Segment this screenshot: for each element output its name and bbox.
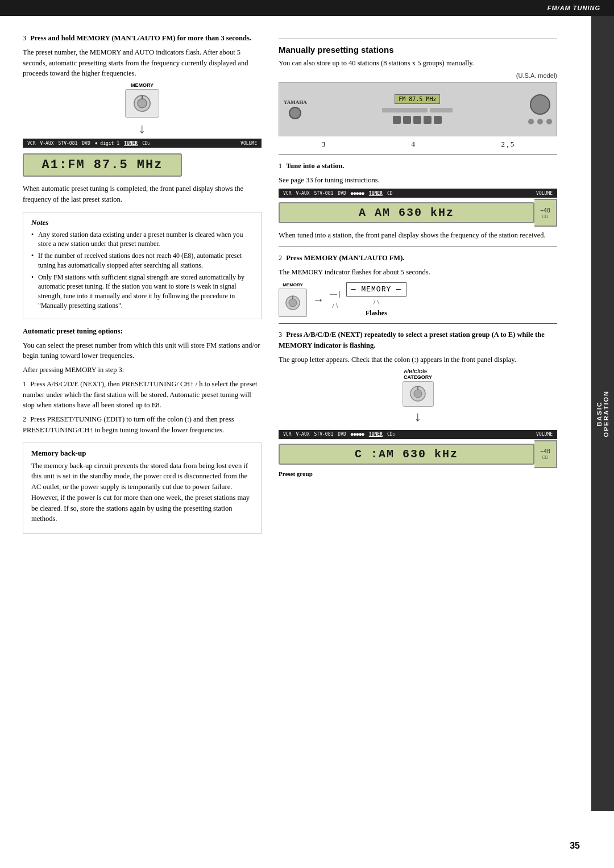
step2-num: 2 xyxy=(279,253,282,263)
memory-knob-icon xyxy=(125,89,159,118)
after-pressing: After pressing MEMORY in step 3: xyxy=(23,365,262,375)
tuner-bar-1: VCR V-AUX STV-081 DVD ♦ digit 1 TUNER CD… xyxy=(23,139,262,148)
completion-text: When automatic preset tuning is complete… xyxy=(23,183,262,205)
volume-display-3: −40 □□ xyxy=(534,440,557,468)
rec-bar-2 xyxy=(430,108,453,112)
step1-body: See page 33 for tuning instructions. xyxy=(279,175,557,186)
flashes-label: Flashes xyxy=(366,309,387,318)
rec-right-knob xyxy=(528,94,552,124)
preset-group-label: Preset group xyxy=(279,470,557,477)
step1-heading-text: Tune into a station. xyxy=(286,162,344,170)
arrow-down-2: ↓ xyxy=(414,409,421,424)
memory-icon-diagram: MEMORY xyxy=(125,82,159,118)
lcd-display-3: C :AM 630 kHz xyxy=(279,444,534,465)
svg-point-7 xyxy=(414,390,422,398)
memory-backup-body: The memory back-up circuit prevents the … xyxy=(31,461,253,525)
step3-body: The preset number, the MEMORY and AUTO i… xyxy=(23,47,262,79)
category-icon-area: A/B/C/D/ECATEGORY ↓ xyxy=(279,369,557,427)
note-item-2: If the number of received stations does … xyxy=(31,251,253,270)
rec-logo: YAMAHA xyxy=(284,99,307,119)
usa-model-label: (U.S.A. model) xyxy=(279,72,557,79)
memory-text-center: — MEMORY — / \ Flashes xyxy=(346,282,406,318)
notes-title: Notes xyxy=(31,218,253,227)
rec-display-section: FM 87.5 MHz xyxy=(312,94,524,124)
dash-lines-left: — | / \ xyxy=(330,288,341,312)
step3-num: 3 xyxy=(23,33,26,43)
rec-lcd: FM 87.5 MHz xyxy=(395,94,440,104)
tuner-display-3: VCR V-AUX STV-081 DVD ●●●●● TUNER CD₂ VO… xyxy=(279,430,557,468)
dash-lines-right: / \ xyxy=(374,297,379,308)
category-knob xyxy=(403,381,434,407)
header-bar: FM/AM TUNING xyxy=(0,0,614,16)
memory-label-top: MEMORY xyxy=(125,82,159,88)
memory-backup-box: Memory back-up The memory back-up circui… xyxy=(23,443,262,535)
notes-box: Notes Any stored station data existing u… xyxy=(23,212,262,319)
tuner-display-2: VCR V-AUX STV-081 DVD ●●●●● TUNER CD VOL… xyxy=(279,189,557,227)
memory-icon-area: MEMORY xyxy=(23,82,262,118)
manually-heading: Manually presetting stations xyxy=(279,45,557,55)
step3-right-num: 3 xyxy=(279,329,282,340)
step3-intro: 3 Press and hold MEMORY (MAN'L/AUTO FM) … xyxy=(23,33,262,44)
tuner-bar-3: VCR V-AUX STV-081 DVD ●●●●● TUNER CD₂ VO… xyxy=(279,430,557,439)
rec-btn-2 xyxy=(403,116,411,124)
lcd-display-2: A AM 630 kHz xyxy=(279,202,534,223)
rec-knob-1 xyxy=(289,107,301,119)
category-label: A/B/C/D/ECATEGORY xyxy=(404,369,432,380)
category-icon-group: A/B/C/D/ECATEGORY xyxy=(403,369,434,407)
rec-bar-1 xyxy=(382,108,428,112)
right-sidebar: BASIC OPERATION xyxy=(591,16,614,811)
sidebar-text: BASIC OPERATION xyxy=(596,390,609,437)
left-column: 3 Press and hold MEMORY (MAN'L/AUTO FM) … xyxy=(23,33,262,534)
note-item-1: Any stored station data existing under a… xyxy=(31,230,253,249)
rec-btn-5 xyxy=(434,116,442,124)
rec-btn-3 xyxy=(413,116,421,124)
step1-heading: 1 Tune into a station. xyxy=(279,161,557,172)
svg-point-1 xyxy=(138,99,147,108)
right-column: Manually presetting stations You can als… xyxy=(279,33,557,534)
step3-right-heading: 3 Press A/B/C/D/E (NEXT) repeatedly to s… xyxy=(279,329,557,351)
auto-preset-heading-text: Automatic preset tuning options: xyxy=(23,327,123,335)
notes-list: Any stored station data existing under a… xyxy=(31,230,253,311)
step3-right-heading-text: Press A/B/C/D/E (NEXT) repeatedly to sel… xyxy=(279,331,545,349)
memory-flash-diagram: MEMORY → — | xyxy=(279,282,557,318)
rec-btn-4 xyxy=(424,116,432,124)
rec-btn-1 xyxy=(393,116,401,124)
tuner-display-1: VCR V-AUX STV-081 DVD ♦ digit 1 TUNER CD… xyxy=(23,139,262,181)
memory-text-box: — MEMORY — xyxy=(346,282,406,297)
auto-step-1: 1 Press A/B/C/D/E (NEXT), then PRESET/TU… xyxy=(23,379,262,411)
memory-sm-icon xyxy=(279,289,307,317)
step1-num: 1 xyxy=(279,161,282,171)
lcd-display-1: A1:FM 87.5 MHz xyxy=(23,153,182,177)
volume-display: −40 □□ xyxy=(534,199,557,227)
memory-svg-icon xyxy=(132,93,152,114)
memory-icon-left: MEMORY xyxy=(279,282,307,317)
divider-3 xyxy=(279,247,557,247)
page-number: 35 xyxy=(570,841,580,851)
arrow-right-1: → xyxy=(313,293,324,306)
header-title: FM/AM TUNING xyxy=(547,5,600,11)
auto-preset-body: You can select the preset number from wh… xyxy=(23,340,262,362)
auto-step-2: 2 Press PRESET/TUNING (EDIT) to turn off… xyxy=(23,414,262,436)
note-item-3: Only FM stations with sufficient signal … xyxy=(31,273,253,311)
arrow-down-1: ↓ xyxy=(23,121,262,136)
page-container: FM/AM TUNING BASIC OPERATION 3 Press and… xyxy=(0,0,614,868)
memory-backup-title: Memory back-up xyxy=(31,449,253,458)
step2-heading-text: Press MEMORY (MAN'L/AUTO FM). xyxy=(286,254,404,262)
numbers-row: 3 4 2 , 5 xyxy=(279,140,557,149)
tuner-display-note: When tuned into a station, the front pan… xyxy=(279,230,557,241)
svg-point-4 xyxy=(289,299,297,307)
receiver-diagram: YAMAHA FM 87.5 MHz xyxy=(279,82,557,136)
category-svg xyxy=(408,383,428,404)
rec-tuning-knob xyxy=(530,94,550,115)
tuner-bar-2: VCR V-AUX STV-081 DVD ●●●●● TUNER CD VOL… xyxy=(279,189,557,198)
memory-sm-svg xyxy=(284,294,302,312)
two-col-layout: 3 Press and hold MEMORY (MAN'L/AUTO FM) … xyxy=(23,33,557,534)
top-divider xyxy=(279,39,557,39)
divider-2 xyxy=(279,155,557,155)
step2-heading: 2 Press MEMORY (MAN'L/AUTO FM). xyxy=(279,253,557,264)
auto-preset-heading: Automatic preset tuning options: xyxy=(23,326,262,337)
content-area: 3 Press and hold MEMORY (MAN'L/AUTO FM) … xyxy=(0,16,591,545)
step3-bold-text: Press and hold MEMORY (MAN'L/AUTO FM) fo… xyxy=(30,34,251,42)
step3-right-body: The group letter appears. Check that the… xyxy=(279,354,557,365)
divider-4 xyxy=(279,323,557,324)
